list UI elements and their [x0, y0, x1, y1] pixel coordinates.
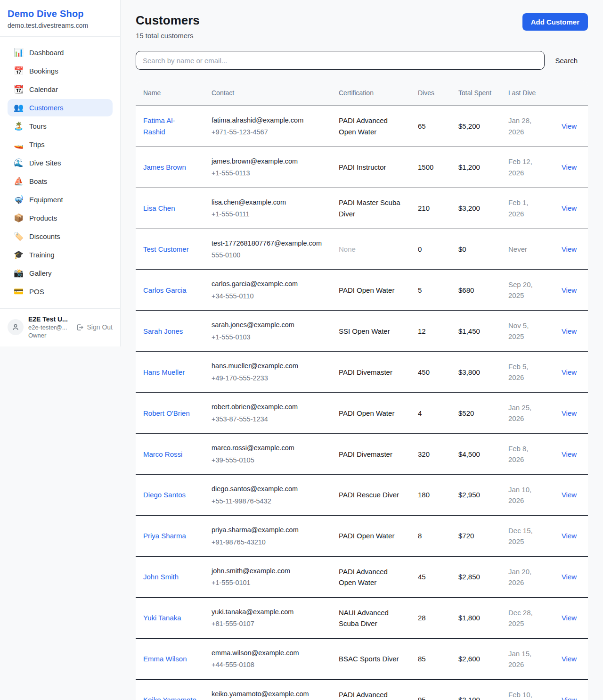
customers-table-card: Name Contact Certification Dives Total S… — [136, 81, 588, 700]
view-customer-link[interactable]: View — [562, 204, 577, 212]
customer-name-link[interactable]: Diego Santos — [143, 489, 186, 500]
view-customer-link[interactable]: View — [562, 696, 577, 700]
customer-email: priya.sharma@example.com — [212, 525, 324, 535]
view-customer-link[interactable]: View — [562, 368, 577, 376]
customer-name-link[interactable]: Fatima Al-Rashid — [143, 115, 196, 137]
customer-last-dive: Jan 15, 2026 — [501, 638, 550, 679]
sidebar-item-label: Discounts — [29, 232, 60, 240]
view-customer-link[interactable]: View — [562, 532, 577, 540]
view-customer-link[interactable]: View — [562, 245, 577, 253]
customer-dives: 210 — [410, 188, 451, 229]
sidebar-item-calendar[interactable]: 📆 Calendar — [8, 81, 113, 98]
camera-icon: 📸 — [14, 269, 23, 277]
customer-phone: +34-555-0110 — [212, 291, 324, 301]
customer-name-link[interactable]: Priya Sharma — [143, 530, 186, 541]
sidebar-item-label: Customers — [29, 104, 64, 112]
view-customer-link[interactable]: View — [562, 491, 577, 499]
customer-dives: 95 — [410, 679, 451, 700]
customer-last-dive: Jan 10, 2026 — [501, 475, 550, 516]
view-customer-link[interactable]: View — [562, 163, 577, 171]
customer-name-link[interactable]: Keiko Yamamoto — [143, 694, 196, 700]
view-customer-link[interactable]: View — [562, 286, 577, 294]
customer-name-link[interactable]: Hans Mueller — [143, 367, 185, 378]
view-customer-link[interactable]: View — [562, 450, 577, 458]
sidebar-item-bookings[interactable]: 📅 Bookings — [8, 62, 113, 80]
page-title-block: Customers 15 total customers — [136, 13, 200, 40]
view-customer-link[interactable]: View — [562, 122, 577, 130]
table-row: Diego Santos diego.santos@example.com +5… — [136, 475, 588, 516]
sidebar-item-label: Dive Sites — [29, 159, 61, 167]
table-header-row: Name Contact Certification Dives Total S… — [136, 81, 588, 106]
sidebar-item-dashboard[interactable]: 📊 Dashboard — [8, 44, 113, 61]
customer-name-link[interactable]: Emma Wilson — [143, 653, 187, 664]
view-customer-link[interactable]: View — [562, 614, 577, 622]
table-row: Emma Wilson emma.wilson@example.com +44-… — [136, 638, 588, 679]
customer-total-spent: $5,200 — [451, 106, 501, 147]
customer-name-link[interactable]: Robert O'Brien — [143, 408, 190, 419]
customer-name-link[interactable]: Sarah Jones — [143, 326, 183, 337]
sidebar-item-products[interactable]: 📦 Products — [8, 209, 113, 227]
customer-certification: PADI Advanced Open Water — [331, 106, 410, 147]
search-input[interactable] — [136, 51, 545, 70]
add-customer-button[interactable]: Add Customer — [522, 13, 588, 31]
view-customer-link[interactable]: View — [562, 573, 577, 581]
customer-email: keiko.yamamoto@example.com — [212, 689, 324, 699]
sidebar-item-gallery[interactable]: 📸 Gallery — [8, 264, 113, 282]
sidebar-item-tours[interactable]: 🏝️ Tours — [8, 117, 113, 135]
table-row: Keiko Yamamoto keiko.yamamoto@example.co… — [136, 679, 588, 700]
sailboat-icon: ⛵ — [14, 177, 23, 185]
customer-email: emma.wilson@example.com — [212, 648, 324, 658]
customer-last-dive: Feb 1, 2026 — [501, 188, 550, 229]
table-row: Marco Rossi marco.rossi@example.com +39-… — [136, 434, 588, 475]
customer-name-link[interactable]: Lisa Chen — [143, 203, 175, 214]
customer-certification: PADI Open Water — [331, 516, 410, 557]
customer-name-link[interactable]: Marco Rossi — [143, 449, 182, 460]
customer-dives: 65 — [410, 106, 451, 147]
customer-certification: PADI Divemaster — [331, 352, 410, 393]
sidebar-item-label: Trips — [29, 140, 45, 148]
sidebar-item-customers[interactable]: 👥 Customers — [8, 99, 113, 116]
sidebar-item-training[interactable]: 🎓 Training — [8, 246, 113, 264]
customer-phone: +1-555-0111 — [212, 209, 324, 219]
sidebar-item-equipment[interactable]: 🤿 Equipment — [8, 191, 113, 208]
customer-phone: +353-87-555-1234 — [212, 414, 324, 424]
column-header-dives: Dives — [410, 81, 451, 106]
customer-name-link[interactable]: Test Customer — [143, 244, 189, 255]
customer-dives: 8 — [410, 516, 451, 557]
customer-certification: PADI Instructor — [331, 147, 410, 188]
sidebar-item-pos[interactable]: 💳 POS — [8, 283, 113, 300]
customer-total-spent: $3,200 — [451, 188, 501, 229]
view-customer-link[interactable]: View — [562, 655, 577, 663]
table-row: Robert O'Brien robert.obrien@example.com… — [136, 393, 588, 434]
search-button[interactable]: Search — [545, 57, 588, 65]
tear-off-calendar-icon: 📆 — [14, 85, 23, 93]
customer-total-spent: $680 — [451, 270, 501, 311]
person-icon — [11, 323, 20, 331]
customer-total-spent: $2,600 — [451, 638, 501, 679]
sidebar-user-footer: E2E Test U... e2e-tester@... Owner Sign … — [0, 308, 120, 346]
customer-name-link[interactable]: John Smith — [143, 571, 179, 582]
customer-count: 15 total customers — [136, 32, 200, 40]
customer-last-dive: Dec 28, 2025 — [501, 597, 550, 638]
customer-name-link[interactable]: Carlos Garcia — [143, 285, 187, 296]
sidebar-item-trips[interactable]: 🚤 Trips — [8, 136, 113, 153]
customer-last-dive: Jan 28, 2026 — [501, 106, 550, 147]
customer-name-link[interactable]: Yuki Tanaka — [143, 612, 181, 623]
sidebar-item-label: Products — [29, 214, 57, 222]
table-row: Test Customer test-1772681807767@example… — [136, 229, 588, 270]
customer-certification: NAUI Advanced Scuba Diver — [331, 597, 410, 638]
sign-out-label: Sign Out — [87, 323, 113, 331]
sign-out-button[interactable]: Sign Out — [76, 323, 113, 331]
view-customer-link[interactable]: View — [562, 409, 577, 417]
view-customer-link[interactable]: View — [562, 327, 577, 335]
sidebar-item-dive-sites[interactable]: 🌊 Dive Sites — [8, 154, 113, 172]
customer-phone: +49-170-555-2233 — [212, 373, 324, 383]
table-row: Lisa Chen lisa.chen@example.com +1-555-0… — [136, 188, 588, 229]
table-row: Carlos Garcia carlos.garcia@example.com … — [136, 270, 588, 311]
sidebar-item-discounts[interactable]: 🏷️ Discounts — [8, 228, 113, 245]
column-header-total-spent: Total Spent — [451, 81, 501, 106]
customer-name-link[interactable]: James Brown — [143, 162, 186, 173]
sidebar-item-boats[interactable]: ⛵ Boats — [8, 173, 113, 190]
customer-email: test-1772681807767@example.com — [212, 238, 324, 248]
customer-dives: 4 — [410, 393, 451, 434]
